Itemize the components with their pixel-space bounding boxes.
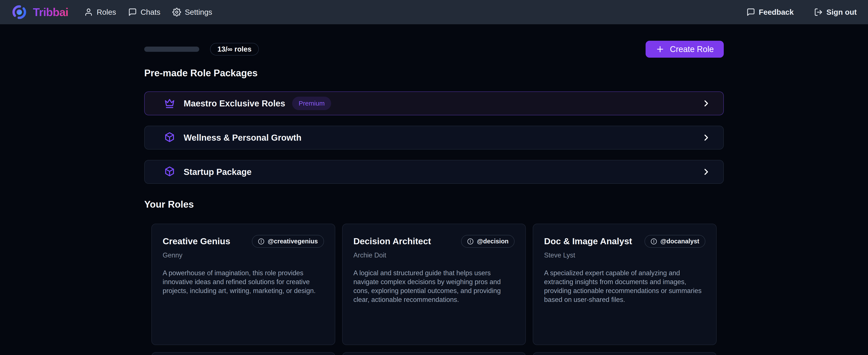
info-icon [467, 238, 474, 245]
tribbai-logo-icon [11, 4, 27, 20]
card-head: Creative Genius @creativegenius [163, 235, 324, 248]
package-row-maestro[interactable]: Maestro Exclusive Roles Premium [144, 91, 724, 115]
your-roles-section-title: Your Roles [144, 199, 724, 210]
feedback-icon [746, 8, 755, 17]
package-list: Maestro Exclusive Roles Premium Wellness… [144, 91, 724, 184]
nav-actions: Feedback Sign out [746, 8, 857, 17]
role-subtitle: Archie Doit [353, 252, 515, 259]
role-card-partial[interactable] [151, 352, 335, 355]
info-icon [258, 238, 265, 245]
role-card-creative-genius[interactable]: Creative Genius @creativegenius Genny A … [151, 224, 335, 345]
plus-icon [655, 45, 664, 54]
feedback-button[interactable]: Feedback [746, 8, 794, 17]
create-role-button[interactable]: Create Role [646, 41, 724, 58]
chat-icon [128, 8, 137, 17]
nav-item-chats[interactable]: Chats [128, 8, 160, 17]
sign-out-button[interactable]: Sign out [814, 8, 857, 17]
role-description: A specialized expert capable of analyzin… [544, 269, 705, 304]
role-description: A powerhouse of imagination, this role p… [163, 269, 324, 295]
package-icon [164, 132, 176, 144]
chevron-right-icon [701, 98, 711, 108]
feedback-label: Feedback [759, 8, 794, 17]
role-handle-badge[interactable]: @creativegenius [252, 235, 324, 248]
role-card-decision-architect[interactable]: Decision Architect @decision Archie Doit… [342, 224, 526, 345]
nav-item-roles[interactable]: Roles [84, 8, 116, 17]
role-card-doc-image-analyst[interactable]: Doc & Image Analyst @docanalyst Steve Ly… [533, 224, 717, 345]
sign-out-label: Sign out [827, 8, 857, 17]
crown-icon [164, 97, 176, 109]
role-card-partial[interactable] [533, 352, 717, 355]
premade-section-title: Pre-made Role Packages [144, 68, 724, 79]
roles-toolbar: 13/∞ roles Create Role [144, 41, 724, 58]
gear-icon [173, 8, 181, 17]
nav-item-settings[interactable]: Settings [173, 8, 212, 17]
nav-label: Settings [185, 8, 212, 17]
role-handle: @decision [477, 238, 508, 245]
role-subtitle: Steve Lyst [544, 252, 705, 259]
card-head: Decision Architect @decision [353, 235, 515, 248]
role-description: A logical and structured guide that help… [353, 269, 515, 304]
user-icon [84, 8, 93, 17]
roles-progress-bar [144, 47, 199, 52]
chevron-right-icon [701, 167, 711, 177]
primary-nav: Roles Chats Settings [84, 8, 212, 17]
roles-count-badge: 13/∞ roles [210, 43, 259, 56]
brand-logo[interactable]: Tribbai [11, 4, 68, 20]
role-title: Doc & Image Analyst [544, 236, 632, 246]
package-title: Maestro Exclusive Roles [184, 98, 285, 108]
role-handle: @docanalyst [660, 238, 699, 245]
role-cards-grid: Creative Genius @creativegenius Genny A … [144, 224, 724, 345]
nav-label: Chats [141, 8, 160, 17]
role-cards-grid-next-row [144, 352, 724, 355]
premium-badge: Premium [292, 97, 331, 110]
role-title: Creative Genius [163, 236, 230, 246]
brand-name: Tribbai [33, 6, 68, 19]
package-title: Wellness & Personal Growth [184, 133, 302, 143]
chevron-right-icon [701, 132, 711, 143]
role-handle-badge[interactable]: @decision [461, 235, 515, 248]
info-icon [651, 238, 657, 245]
package-icon [164, 166, 176, 178]
role-handle: @creativegenius [268, 238, 318, 245]
role-subtitle: Genny [163, 252, 324, 259]
role-handle-badge[interactable]: @docanalyst [645, 235, 705, 248]
package-row-startup[interactable]: Startup Package [144, 160, 724, 184]
nav-label: Roles [97, 8, 116, 17]
role-card-partial[interactable] [342, 352, 526, 355]
package-row-wellness[interactable]: Wellness & Personal Growth [144, 126, 724, 150]
top-navbar: Tribbai Roles Chats [0, 0, 868, 24]
card-head: Doc & Image Analyst @docanalyst [544, 235, 705, 248]
main-content: 13/∞ roles Create Role Pre-made Role Pac… [144, 41, 724, 355]
sign-out-icon [814, 8, 823, 17]
create-role-label: Create Role [670, 45, 714, 54]
role-title: Decision Architect [353, 236, 431, 246]
package-title: Startup Package [184, 167, 251, 177]
